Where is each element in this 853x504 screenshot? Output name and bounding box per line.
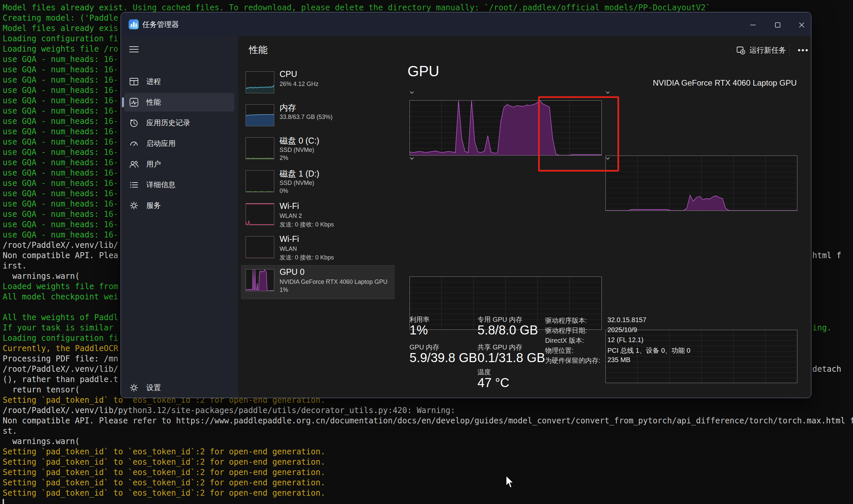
perf-item-sub: SSD (NVMe) (280, 180, 314, 186)
mouse-cursor (505, 476, 517, 489)
terminal-line: Setting `pad_token_id` to `eos_token_id`… (3, 478, 325, 488)
title-bar[interactable]: 任务管理器 (121, 12, 811, 36)
terminal-cursor (3, 499, 4, 504)
perf-item-title: 磁盘 0 (C:) (280, 135, 319, 146)
users-icon (129, 159, 139, 169)
perf-item-title: CPU (280, 69, 297, 79)
perf-list-item-磁盘-1-(d:)[interactable]: 磁盘 1 (D:)SSD (NVMe)0% (240, 167, 394, 200)
sidebar-item-history[interactable]: 应用历史记录 (124, 113, 234, 132)
terminal-line: All model checkpoint wei (3, 292, 118, 302)
chart-copy (605, 156, 797, 211)
task-manager-window: 任务管理器 性能 运行新任务 ••• 进程 (121, 12, 811, 398)
terminal-line: use GQA - num_heads: 16- (3, 65, 118, 75)
perf-list-item-内存[interactable]: 内存33.8/63.7 GB (53%) (240, 102, 394, 134)
close-icon (798, 21, 805, 29)
terminal-line: /root/PaddleX/.venv/lib/python3.12/site-… (3, 406, 455, 416)
services-icon (129, 200, 139, 211)
terminal-line: Non compatible API. Plea (3, 251, 118, 261)
chart-label-3d[interactable] (409, 91, 417, 94)
run-new-task-label: 运行新任务 (749, 45, 786, 55)
perf-item-sub: WLAN (280, 246, 297, 252)
maximize-button[interactable] (767, 18, 788, 32)
mini-chart (246, 71, 274, 93)
sidebar-item-users[interactable]: 用户 (124, 155, 234, 174)
app-icon (128, 19, 139, 30)
terminal-line: irst. (3, 261, 26, 271)
terminal-line: use GQA - num_heads: 16- (3, 230, 118, 240)
sidebar-item-details[interactable]: 详细信息 (124, 176, 234, 194)
terminal-line: Loaded weights file from (3, 282, 118, 292)
sidebar-item-label: 进程 (146, 77, 161, 87)
perf-list-item-gpu-0[interactable]: GPU 0NVIDIA GeForce RTX 4060 Laptop GPU1… (240, 267, 394, 299)
sidebar-item-label: 应用历史记录 (146, 118, 190, 128)
terminal-line: Setting `pad_token_id` to `eos_token_id`… (3, 488, 325, 498)
sidebar-item-label: 用户 (146, 159, 161, 169)
stat-label: 利用率 (409, 315, 429, 324)
terminal-line: use GQA - num_heads: 16- (3, 95, 118, 106)
toolbar-divider (789, 44, 790, 57)
detail-value: 2025/10/9 (607, 326, 637, 334)
perf-item-sub: NVIDIA GeForce RTX 4060 Laptop GPU (280, 278, 388, 286)
run-new-task-button[interactable]: 运行新任务 (733, 43, 789, 58)
terminal-line: Non compatible API. Please refer to http… (3, 416, 853, 426)
terminal-line: Model files already exis (3, 23, 118, 34)
chevron-down-icon (605, 91, 610, 94)
terminal-line: use GQA - num_heads: 16- (3, 147, 118, 158)
terminal-line: warnings.warn( (3, 271, 79, 282)
terminal-line: use GQA - num_heads: 16- (3, 127, 118, 137)
terminal-line: Loading weights file /ro (3, 44, 118, 54)
perf-item-sub: 发送: 0 接收: 0 Kbps (280, 220, 334, 229)
terminal-line: Currently, the PaddleOCR (3, 343, 118, 354)
mini-chart (246, 104, 274, 126)
terminal-line: /root/PaddleX/.venv/lib/ (3, 364, 118, 374)
stat-value: 47 °C (478, 376, 509, 390)
sidebar-item-settings[interactable]: 设置 (124, 378, 234, 397)
detail-label: 驱动程序版本: (545, 316, 587, 325)
terminal-line: use GQA - num_heads: 16- (3, 137, 118, 147)
sidebar-item-performance[interactable]: 性能 (124, 93, 234, 112)
mini-chart (246, 203, 274, 225)
chart-label-video-encode[interactable] (409, 157, 417, 160)
detail-value: 235 MB (607, 356, 630, 364)
terminal-line: Setting `pad_token_id` to `eos_token_id`… (3, 467, 325, 478)
terminal-line: Model files already exist. Using cached … (3, 3, 710, 13)
more-options-button[interactable]: ••• (794, 43, 811, 58)
stat-value: 0.1/31.8 GB (478, 351, 545, 365)
chevron-down-icon (409, 91, 414, 94)
terminal-line: use GQA - num_heads: 16- (3, 188, 118, 199)
maximize-icon (774, 21, 781, 29)
chart-label-copy[interactable] (605, 91, 613, 94)
perf-item-sub: SSD (NVMe) (280, 147, 314, 154)
terminal-line: Setting `pad_token_id` to `eos_token_id`… (3, 457, 325, 467)
run-new-task-icon (736, 46, 745, 55)
chevron-down-icon (409, 157, 414, 160)
perf-item-sub: 33.8/63.7 GB (53%) (280, 113, 333, 121)
annotation-rectangle (538, 96, 619, 172)
page-title: 性能 (249, 43, 268, 56)
sidebar-item-label: 详细信息 (146, 180, 176, 190)
detail-label: 为硬件保留的内存: (545, 356, 601, 365)
mini-chart (246, 170, 274, 192)
gpu-panel-title: GPU (408, 63, 439, 79)
mini-chart (246, 236, 274, 258)
minimize-button[interactable] (743, 18, 763, 32)
terminal-line-fragment: ing. (812, 323, 832, 333)
perf-list-item-cpu[interactable]: CPU26% 4.12 GHz (240, 69, 394, 101)
history-icon (129, 118, 139, 128)
perf-list-item-wi-fi[interactable]: Wi-FiWLAN 2发送: 0 接收: 0 Kbps (240, 200, 394, 233)
terminal-line: Loading configuration fi (3, 34, 118, 44)
detail-value: 12 (FL 12.1) (607, 336, 643, 344)
perf-list-item-wi-fi[interactable]: Wi-FiWLAN发送: 0 接收: 0 Kbps (240, 234, 394, 266)
hamburger-menu-button[interactable] (128, 44, 140, 54)
terminal-line: use GQA - num_heads: 16- (3, 219, 118, 230)
terminal-line: st. (3, 426, 17, 436)
terminal-line-fragment: detach (812, 364, 841, 374)
sidebar-item-startup[interactable]: 启动应用 (124, 134, 234, 153)
sidebar-item-services[interactable]: 服务 (124, 196, 234, 215)
sidebar-item-processes[interactable]: 进程 (124, 72, 234, 91)
terminal-line: use GQA - num_heads: 16- (3, 209, 118, 219)
perf-item-sub: 2% (280, 155, 288, 162)
perf-list-item-磁盘-0-(c:)[interactable]: 磁盘 0 (C:)SSD (NVMe)2% (240, 134, 394, 167)
terminal-line: use GQA - num_heads: 16- (3, 85, 118, 95)
close-button[interactable] (792, 18, 811, 32)
